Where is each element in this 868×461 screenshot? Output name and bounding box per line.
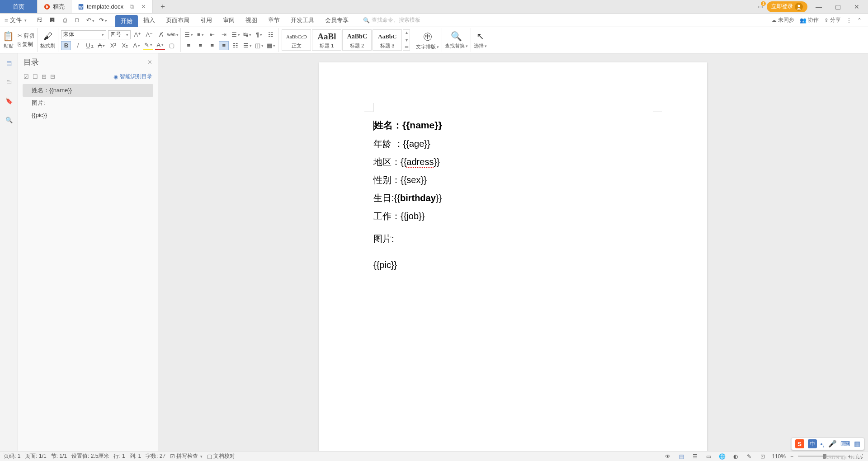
borders-button[interactable]: ▦▾: [266, 41, 276, 50]
collapse-ribbon-icon[interactable]: ⌃: [857, 17, 862, 24]
more-icon[interactable]: ⋮: [846, 17, 852, 24]
file-menu[interactable]: ≡ 文件 ▾: [0, 16, 31, 24]
status-page[interactable]: 页面: 1/1: [25, 452, 46, 460]
numbering-button[interactable]: ≡▾: [195, 30, 205, 39]
bullets-button[interactable]: ☰▾: [184, 30, 193, 39]
toc-collapse-icon[interactable]: ☑: [24, 73, 29, 80]
doc-line[interactable]: 地区：{{adress}}: [373, 153, 653, 171]
clear-format-icon[interactable]: A̸: [156, 30, 166, 39]
new-tab-button[interactable]: ＋: [153, 0, 173, 13]
find-icon[interactable]: 🔍: [451, 31, 462, 42]
show-marks-button[interactable]: ¶▾: [254, 30, 264, 39]
print-icon[interactable]: ⎙: [61, 17, 69, 24]
toc-smart-button[interactable]: ◉智能识别目录: [113, 73, 152, 80]
sort-button[interactable]: ☰▾: [231, 30, 241, 39]
cut-button[interactable]: ✂ 剪切: [18, 32, 34, 40]
align-justify-button[interactable]: ≡: [219, 41, 229, 50]
strike-button[interactable]: A▾: [96, 41, 106, 50]
phonetic-icon[interactable]: wén▾: [168, 30, 178, 39]
zoom-out-button[interactable]: −: [790, 453, 793, 460]
status-proof[interactable]: ▢ 文档校对: [207, 452, 235, 460]
collab-button[interactable]: 👥协作: [800, 16, 819, 24]
rail-toc-icon[interactable]: ▤: [4, 58, 14, 68]
unsync-button[interactable]: ☁未同步: [771, 16, 794, 24]
box-icon[interactable]: ▭1: [758, 3, 763, 10]
minimize-button[interactable]: —: [811, 3, 826, 10]
toc-expand-icon[interactable]: ☐: [33, 73, 38, 80]
toc-remove-icon[interactable]: ⊟: [50, 73, 55, 80]
share-button[interactable]: ⇪分享: [824, 16, 841, 24]
tab-start[interactable]: 开始: [115, 15, 138, 27]
search-box[interactable]: 🔍 查找命令、搜索模板: [363, 16, 420, 24]
char-border-button[interactable]: ▢: [167, 41, 177, 50]
edit-mode-icon[interactable]: ✎: [745, 453, 754, 460]
save-icon[interactable]: 🖫: [36, 17, 44, 24]
toc-item[interactable]: 姓名：{{name}}: [23, 84, 153, 97]
tab-docke[interactable]: 稻壳: [38, 0, 71, 13]
select-icon[interactable]: ↖: [476, 31, 484, 42]
maximize-button[interactable]: ▢: [830, 3, 845, 10]
highlight-button[interactable]: ✎▾: [143, 41, 153, 50]
status-spell[interactable]: ☑ 拼写检查 ▾: [170, 452, 203, 460]
align-right-button[interactable]: ≡: [207, 41, 217, 50]
superscript-button[interactable]: X²: [108, 41, 118, 50]
ime-lang-button[interactable]: 中: [808, 439, 817, 448]
doc-line[interactable]: 工作：{{job}}: [373, 207, 653, 225]
tab-dev[interactable]: 开发工具: [285, 14, 320, 27]
align-center-button[interactable]: ≡: [195, 41, 205, 50]
doc-line[interactable]: {{pic}}: [373, 256, 653, 274]
close-button[interactable]: ✕: [849, 3, 864, 10]
tab-review[interactable]: 审阅: [217, 14, 240, 27]
print-preview-icon[interactable]: 🗋: [74, 17, 82, 24]
indent-inc-button[interactable]: ⇥: [219, 30, 229, 39]
rail-bookmark-icon[interactable]: 🔖: [4, 96, 14, 106]
shrink-font-icon[interactable]: A⁻: [144, 30, 154, 39]
para-options-button[interactable]: ☷: [266, 30, 276, 39]
tab-chapter[interactable]: 章节: [263, 14, 285, 27]
tab-close-icon[interactable]: ✕: [141, 3, 146, 10]
font-color-button[interactable]: A▾: [155, 41, 165, 50]
align-left-button[interactable]: ≡: [184, 41, 193, 50]
styles-more-button[interactable]: ▴▾☰: [403, 29, 410, 51]
save-all-icon[interactable]: 🖪: [48, 17, 57, 24]
font-size-select[interactable]: 四号▾: [108, 30, 131, 39]
ime-voice-icon[interactable]: 🎤: [828, 440, 837, 448]
zoom-level[interactable]: 110%: [772, 453, 786, 460]
ime-logo-icon[interactable]: S: [795, 439, 804, 448]
ime-punct-icon[interactable]: •,: [821, 440, 825, 448]
document-area[interactable]: 姓名：{{name}} 年龄 ：{{age}} 地区：{{adress}} 性别…: [158, 53, 868, 451]
login-button[interactable]: 立即登录: [767, 1, 807, 12]
toc-add-icon[interactable]: ⊞: [42, 73, 47, 80]
ime-toolbar[interactable]: S 中 •, 🎤 ⌨ ▦: [791, 437, 864, 450]
line-spacing-button[interactable]: ☰▾: [242, 41, 252, 50]
grow-font-icon[interactable]: A⁺: [132, 30, 142, 39]
status-setting[interactable]: 设置值: 2.5厘米: [71, 452, 109, 460]
view-page-icon[interactable]: ▤: [677, 453, 686, 460]
doc-line[interactable]: 图片:: [373, 230, 653, 248]
page[interactable]: 姓名：{{name}} 年龄 ：{{age}} 地区：{{adress}} 性别…: [319, 62, 707, 451]
tab-vip[interactable]: 会员专享: [320, 14, 354, 27]
tab-ref[interactable]: 引用: [195, 14, 217, 27]
bold-button[interactable]: B: [61, 41, 71, 50]
subscript-button[interactable]: X₂: [120, 41, 130, 50]
tab-document[interactable]: W template.docx ⧉ ✕: [71, 0, 153, 13]
font-family-select[interactable]: 宋体▾: [61, 30, 106, 39]
style-body[interactable]: AaBbCcD正文: [282, 29, 311, 51]
shading-button[interactable]: ◫▾: [254, 41, 264, 50]
tab-popout-icon[interactable]: ⧉: [130, 3, 134, 10]
view-read-icon[interactable]: ▭: [704, 453, 713, 460]
text-effect-button[interactable]: A▾: [132, 41, 142, 50]
style-h3[interactable]: AaBbC标题 3: [373, 29, 402, 51]
tab-layout[interactable]: 页面布局: [160, 14, 195, 27]
status-section[interactable]: 节: 1/1: [51, 452, 67, 460]
status-page-code[interactable]: 页码: 1: [4, 452, 20, 460]
style-h1[interactable]: AaBl标题 1: [312, 29, 341, 51]
indent-dec-button[interactable]: ⇤: [207, 30, 217, 39]
ime-menu-icon[interactable]: ▦: [854, 440, 860, 448]
ime-keyboard-icon[interactable]: ⌨: [840, 440, 850, 448]
undo-icon[interactable]: ↶▾: [86, 17, 94, 24]
view-outline-icon[interactable]: ☰: [690, 453, 699, 460]
eye-icon[interactable]: 👁: [663, 453, 672, 460]
style-h2[interactable]: AaBbC标题 2: [342, 29, 372, 51]
underline-button[interactable]: U▾: [85, 41, 94, 50]
